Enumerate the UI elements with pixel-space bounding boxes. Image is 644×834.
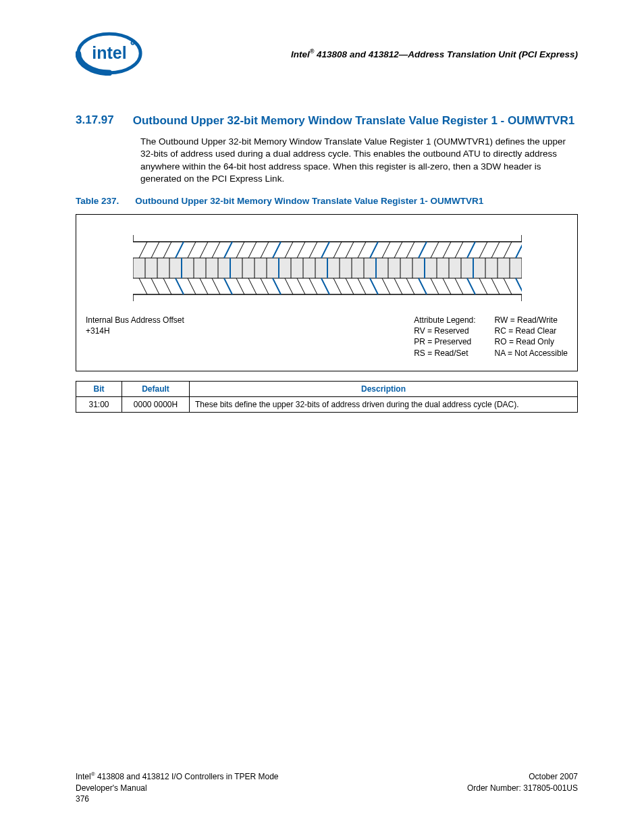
legend-rv: RV = Reserved	[414, 325, 475, 336]
section-paragraph: The Outbound Upper 32-bit Memory Window …	[140, 136, 578, 185]
svg-line-78	[491, 242, 500, 258]
svg-line-63	[309, 242, 317, 258]
svg-line-49	[139, 242, 147, 258]
svg-line-90	[151, 278, 159, 294]
svg-line-111	[406, 278, 414, 294]
svg-line-127	[467, 278, 475, 294]
svg-line-102	[297, 278, 305, 294]
svg-line-74	[443, 242, 451, 258]
svg-line-55	[212, 242, 220, 258]
bitfield-diagram	[86, 231, 568, 304]
table-caption-title: Outbound Upper 32-bit Memory Window Tran…	[135, 196, 483, 207]
svg-line-81	[176, 242, 184, 258]
svg-line-125	[370, 278, 378, 294]
col-default: Default	[122, 381, 190, 396]
svg-line-121	[176, 278, 184, 294]
svg-line-95	[212, 278, 220, 294]
legend-row: Internal Bus Address Offset +314H Attrib…	[86, 315, 568, 359]
col-bit: Bit	[76, 381, 122, 396]
legend-col-2: RW = Read/Write RC = Read Clear RO = Rea…	[495, 315, 568, 359]
svg-line-88	[516, 242, 522, 258]
page-header: intel R Intel® 413808 and 413812—Address…	[76, 31, 578, 76]
svg-line-98	[248, 278, 257, 294]
legend-ro: RO = Read Only	[495, 336, 568, 347]
svg-line-62	[297, 242, 305, 258]
section-number: 3.17.97	[76, 113, 114, 128]
footer-right: October 2007 Order Number: 317805-001US	[467, 771, 578, 804]
table-row: 31:00 0000 0000H These bits define the u…	[76, 396, 578, 412]
table-caption-label: Table 237.	[76, 196, 119, 207]
svg-line-66	[346, 242, 354, 258]
legend-col-1: Attribute Legend: RV = Reserved PR = Pre…	[414, 315, 475, 359]
svg-line-58	[248, 242, 257, 258]
legend-na: NA = Not Accessible	[495, 348, 568, 359]
svg-line-123	[273, 278, 281, 294]
table-caption: Table 237. Outbound Upper 32-bit Memory …	[76, 196, 578, 207]
svg-line-50	[151, 242, 159, 258]
footer-manual: Developer's Manual	[76, 783, 279, 793]
legend-title: Attribute Legend:	[414, 315, 475, 325]
svg-line-107	[358, 278, 366, 294]
offset-info: Internal Bus Address Offset +314H	[86, 315, 184, 359]
svg-line-65	[333, 242, 342, 258]
attribute-legend: Attribute Legend: RV = Reserved PR = Pre…	[414, 315, 568, 359]
legend-rs: RS = Read/Set	[414, 348, 475, 359]
svg-line-118	[491, 278, 500, 294]
svg-line-59	[261, 242, 269, 258]
svg-text:R: R	[132, 43, 134, 46]
svg-line-93	[188, 278, 196, 294]
svg-line-53	[188, 242, 196, 258]
cell-default: 0000 0000H	[122, 396, 190, 412]
svg-line-105	[333, 278, 342, 294]
register-figure-box: Internal Bus Address Offset +314H Attrib…	[76, 214, 578, 371]
svg-line-87	[467, 242, 475, 258]
svg-line-128	[516, 278, 522, 294]
footer-product-prefix: Intel	[76, 772, 91, 781]
page-footer: Intel® 413808 and 413812 I/O Controllers…	[76, 771, 578, 804]
col-description: Description	[190, 381, 578, 396]
svg-line-115	[455, 278, 463, 294]
legend-rc: RC = Read Clear	[495, 325, 568, 336]
svg-line-69	[382, 242, 390, 258]
svg-line-71	[406, 242, 414, 258]
svg-line-75	[455, 242, 463, 258]
svg-line-99	[261, 278, 269, 294]
cell-description: These bits define the upper 32-bits of a…	[190, 396, 578, 412]
footer-order-number: Order Number: 317805-001US	[467, 783, 578, 793]
svg-line-51	[163, 242, 171, 258]
header-title-prefix: Intel	[291, 49, 310, 59]
svg-line-84	[321, 242, 329, 258]
svg-line-103	[309, 278, 317, 294]
legend-rw: RW = Read/Write	[495, 315, 568, 325]
footer-product-suffix: 413808 and 413812 I/O Controllers in TPE…	[95, 772, 279, 781]
svg-line-82	[224, 242, 232, 258]
svg-line-70	[394, 242, 402, 258]
svg-line-91	[163, 278, 171, 294]
svg-line-57	[236, 242, 244, 258]
svg-line-67	[358, 242, 366, 258]
legend-pr: PR = Preserved	[414, 336, 475, 347]
svg-line-73	[431, 242, 439, 258]
svg-line-83	[273, 242, 281, 258]
section-heading: 3.17.97 Outbound Upper 32-bit Memory Win…	[76, 113, 578, 128]
section-title: Outbound Upper 32-bit Memory Window Tran…	[133, 113, 574, 128]
svg-line-61	[285, 242, 293, 258]
svg-line-122	[224, 278, 232, 294]
svg-line-124	[321, 278, 329, 294]
bits-table: Bit Default Description 31:00 0000 0000H…	[76, 381, 578, 413]
footer-date: October 2007	[467, 771, 578, 782]
svg-line-119	[504, 278, 512, 294]
footer-page-number: 376	[76, 793, 279, 804]
svg-line-85	[370, 242, 378, 258]
svg-line-89	[139, 278, 147, 294]
header-title-suffix: 413808 and 413812—Address Translation Un…	[314, 49, 578, 59]
svg-line-110	[394, 278, 402, 294]
header-title: Intel® 413808 and 413812—Address Transla…	[291, 48, 578, 59]
footer-left: Intel® 413808 and 413812 I/O Controllers…	[76, 771, 279, 804]
svg-line-54	[200, 242, 208, 258]
table-header-row: Bit Default Description	[76, 381, 578, 396]
svg-line-77	[479, 242, 487, 258]
svg-line-101	[285, 278, 293, 294]
svg-line-113	[431, 278, 439, 294]
svg-line-114	[443, 278, 451, 294]
